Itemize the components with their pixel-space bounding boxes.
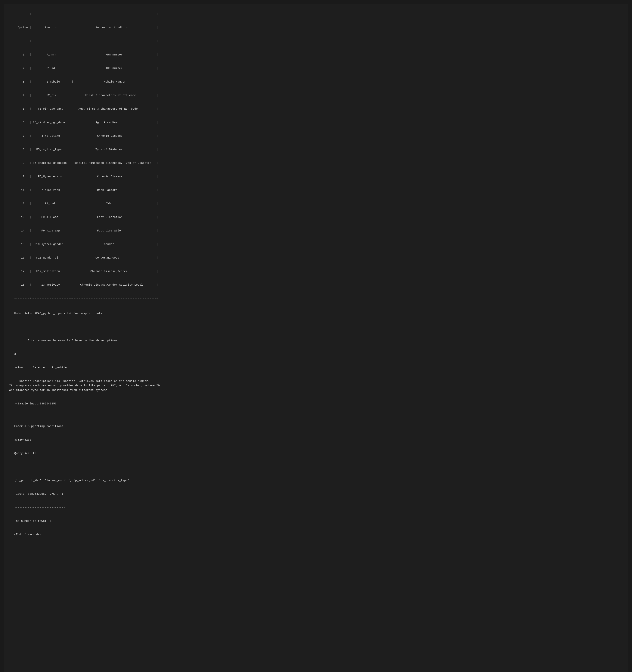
query-data-text: (10043, 8382643256, 'GMS', '1') xyxy=(14,493,67,496)
query-divider-1: ------------------------------ xyxy=(14,465,65,469)
query-divider-2: ------------------------------ xyxy=(14,506,65,509)
table-row-2: | 2 | F1_id | IHI number | xyxy=(14,67,158,70)
condition-value-text: 8382643256 xyxy=(14,438,31,441)
table-row-4: | 4 | F2_eir | First 3 characters of EIR… xyxy=(14,94,158,97)
output-section: Note: Refer READ_python_inputs.txt for s… xyxy=(7,307,625,542)
table-row-10: | 10 | F6_Hypertension | Chronic Disease… xyxy=(14,175,158,178)
note-text: Note: Refer READ_python_inputs.txt for s… xyxy=(14,312,104,315)
table-row-11: | 11 | F7_diab_risk | Risk Factors | xyxy=(14,189,158,192)
options-table: +--------+-----------------------+------… xyxy=(7,7,625,305)
table-row-13: | 13 | F9_all_amp | Foot Ulceration | xyxy=(14,216,158,219)
table-border-top: +--------+-----------------------+------… xyxy=(14,13,158,16)
table-header: | Option | Function | Supporting Conditi… xyxy=(14,26,158,29)
table-row-12: | 12 | F8_cvd | CVD | xyxy=(14,202,158,205)
terminal-window: +--------+-----------------------+------… xyxy=(4,4,628,672)
table-row-16: | 16 | F11_gender_eir | Gender,Eircode | xyxy=(14,256,158,260)
rows-count-text: The number of rows: 1 xyxy=(14,520,51,523)
table-row-6: | 6 | F3_eirdesc_age_data | Age, Area Na… xyxy=(14,121,158,124)
table-row-14: | 14 | F9_hipe_amp | Foot Ulceration | xyxy=(14,229,158,233)
end-records-text: <End of records> xyxy=(14,533,41,536)
table-row-17: | 17 | F12_medication | Chronic Disease,… xyxy=(14,270,158,273)
table-row-5: | 5 | F3_eir_age_data | Age, First 3 cha… xyxy=(14,107,158,111)
table-row-1: | 1 | F1_mrn | MRN number | xyxy=(14,53,158,56)
prompt-text: Enter a number between 1-18 base on the … xyxy=(14,339,119,342)
user-input-value: 3 xyxy=(14,353,16,356)
function-description-text: --Function Description:This Function Ret… xyxy=(7,380,160,392)
enter-condition-label: Enter a Supporting Condition: xyxy=(14,425,63,428)
table-row-7: | 7 | F4_rs_uptake | Chronic Disease | xyxy=(14,135,158,138)
table-row-18: | 18 | F13_activity | Chronic Disease,Ge… xyxy=(14,283,158,287)
table-row-9: | 9 | F5_Hospital_diabetes | Hospital Ad… xyxy=(14,162,158,165)
table-border-bot: +--------+-----------------------+------… xyxy=(14,297,158,300)
divider-text: ----------------------------------------… xyxy=(14,326,116,329)
query-columns-text: ['c_patient_ihi', 'lookup_mobile', 'p_sc… xyxy=(14,479,131,482)
table-border-mid: +--------+-----------------------+------… xyxy=(14,40,158,43)
table-row-3: | 3 | F1_mobile | Mobile Number | xyxy=(14,80,160,83)
query-result-label: Query Result: xyxy=(14,452,36,455)
table-row-8: | 8 | F5_rs_diab_type | Type of Diabetes… xyxy=(14,148,158,151)
function-selected-text: --Function Selected: F1_mobile xyxy=(14,366,67,369)
table-row-15: | 15 | F10_system_gender | Gender | xyxy=(14,243,158,246)
sample-input-text: --Sample input:8382643256 xyxy=(14,402,56,405)
